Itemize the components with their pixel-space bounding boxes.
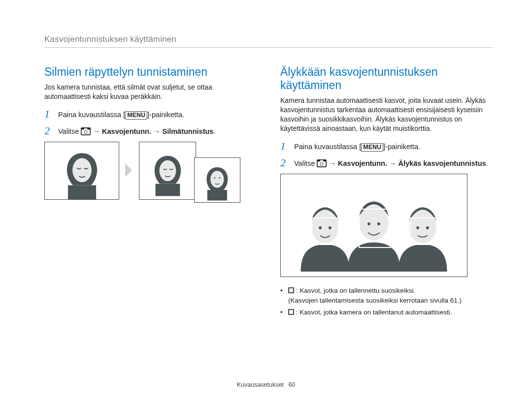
step-text: Paina kuvaustilassa [MENU]-painiketta. [58,108,257,120]
face-illustration [200,163,235,202]
footer-page-number: 60 [288,381,295,388]
page-footer: Kuvausasetukset 60 [0,381,532,388]
svg-rect-12 [320,160,324,161]
legend-item-auto: • : Kasvot, jotka kamera on tallentanut … [280,308,493,317]
svg-point-8 [219,177,221,179]
right-heading: Älykkään kasvojentunnistuksen käyttämine… [280,65,493,92]
favorite-frame-icon [288,287,294,293]
step1-post: ]-painiketta. [147,111,184,119]
auto-frame-icon [288,309,294,315]
face-box-auto-1 [359,209,391,248]
bullet-text: : Kasvot, jotka on tallennettu suosikeik… [294,287,415,294]
breadcrumb: Kasvojentunnistuksen käyttäminen [44,34,493,48]
camera-icon [81,127,91,135]
svg-point-7 [214,177,216,179]
step2-end: . [213,127,215,135]
legend-item-favorite: • : Kasvot, jotka on tallennettu suosike… [280,286,493,306]
left-heading: Silmien räpyttelyn tunnistaminen [44,65,257,79]
smart-face-figure [280,174,467,277]
step-number-2: 2 [280,157,289,168]
step2-end: . [486,159,488,167]
face-illustration [53,149,111,199]
face-box-auto-2 [410,217,437,245]
legend: • : Kasvot, jotka on tallennettu suosike… [280,286,493,318]
step-number-2: 2 [44,125,53,136]
content-columns: Silmien räpyttelyn tunnistaminen Jos kam… [44,65,493,319]
footer-section: Kuvausasetukset [237,381,284,388]
photo-result-1 [139,142,196,200]
step-text: Valitse → Kasvojentunn. → Älykäs kasvoje… [294,157,493,169]
step-number-1: 1 [44,108,53,120]
svg-point-5 [159,160,176,181]
step-text: Valitse → Kasvojentunn. → Silmätunnistus… [58,125,257,137]
bullet-text: : Kasvot, jotka kamera on tallentanut au… [294,308,452,316]
left-column: Silmien räpyttelyn tunnistaminen Jos kam… [44,65,257,319]
step2-pre: Valitse [58,127,81,135]
bullet-note: (Kasvojen tallentamisesta suosikeiksi ke… [288,297,462,304]
blink-figure [44,142,257,200]
bullet-dot: • [280,308,284,317]
step1-pre: Paina kuvaustilassa [ [58,111,125,119]
svg-rect-3 [84,128,88,130]
photo-closed-eyes [44,142,119,200]
step1-pre: Paina kuvaustilassa [ [294,143,361,151]
svg-point-6 [210,171,224,187]
step-number-1: 1 [280,140,289,152]
menu-button-label: MENU [125,111,147,120]
right-intro: Kamera tunnistaa automaattisesti kasvot,… [280,96,493,133]
step2-pre: Valitse [294,159,317,167]
bullet-dot: • [280,286,284,306]
left-step-2: 2 Valitse → Kasvojentunn. → Silmätunnist… [44,125,257,137]
face-box-favorite [311,217,339,245]
camera-icon [317,159,327,167]
svg-point-4 [72,158,92,182]
step2-path: → Kasvojentunn. → Silmätunnistus [91,127,213,135]
svg-point-11 [321,162,323,165]
right-step-2: 2 Valitse → Kasvojentunn. → Älykäs kasvo… [280,157,493,169]
step2-path: → Kasvojentunn. → Älykäs kasvojentunnist… [327,159,486,167]
menu-button-label: MENU [361,143,383,152]
svg-point-2 [85,131,87,133]
arrow-icon [125,163,132,177]
left-intro: Jos kamera tunnistaa, että silmät ovat s… [44,83,257,101]
right-column: Älykkään kasvojentunnistuksen käyttämine… [280,65,493,319]
step-text: Paina kuvaustilassa [MENU]-painiketta. [294,140,493,152]
face-illustration [146,149,190,199]
photo-result-2 [194,157,240,203]
left-step-1: 1 Paina kuvaustilassa [MENU]-painiketta. [44,108,257,120]
right-step-1: 1 Paina kuvaustilassa [MENU]-painiketta. [280,140,493,152]
step1-post: ]-painiketta. [383,143,420,151]
